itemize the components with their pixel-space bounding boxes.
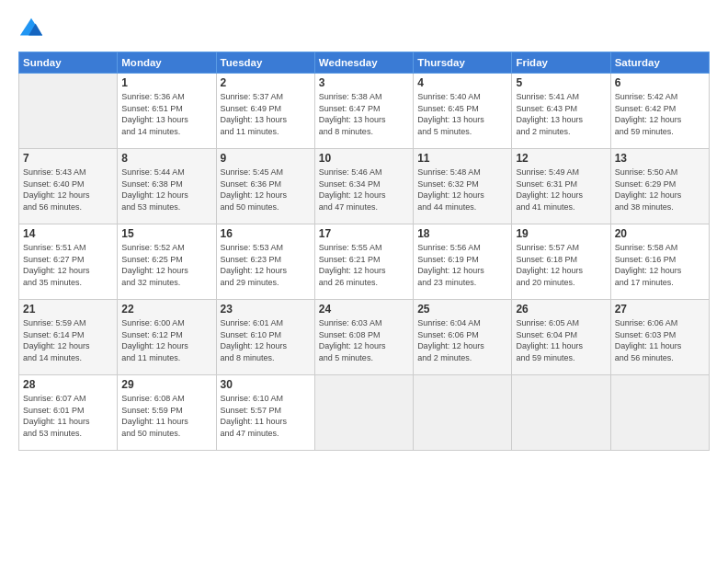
day-info: Sunrise: 5:36 AM Sunset: 6:51 PM Dayligh… xyxy=(121,91,211,137)
calendar-cell: 7Sunrise: 5:43 AM Sunset: 6:40 PM Daylig… xyxy=(19,149,118,224)
day-number: 7 xyxy=(23,152,113,165)
day-number: 19 xyxy=(516,227,606,240)
day-info: Sunrise: 5:57 AM Sunset: 6:18 PM Dayligh… xyxy=(516,242,606,288)
calendar-week-4: 21Sunrise: 5:59 AM Sunset: 6:14 PM Dayli… xyxy=(19,300,710,375)
day-number: 27 xyxy=(615,303,705,316)
calendar-week-5: 28Sunrise: 6:07 AM Sunset: 6:01 PM Dayli… xyxy=(19,375,710,451)
weekday-header-row: SundayMondayTuesdayWednesdayThursdayFrid… xyxy=(19,52,710,74)
weekday-header-monday: Monday xyxy=(118,52,216,74)
calendar-cell: 21Sunrise: 5:59 AM Sunset: 6:14 PM Dayli… xyxy=(19,300,118,375)
day-number: 29 xyxy=(121,378,211,391)
day-number: 18 xyxy=(417,227,507,240)
calendar-cell: 2Sunrise: 5:37 AM Sunset: 6:49 PM Daylig… xyxy=(216,74,314,149)
calendar-week-3: 14Sunrise: 5:51 AM Sunset: 6:27 PM Dayli… xyxy=(19,224,710,300)
day-info: Sunrise: 6:06 AM Sunset: 6:03 PM Dayligh… xyxy=(615,317,705,363)
weekday-header-friday: Friday xyxy=(512,52,610,74)
day-info: Sunrise: 6:01 AM Sunset: 6:10 PM Dayligh… xyxy=(221,317,311,363)
day-info: Sunrise: 5:52 AM Sunset: 6:25 PM Dayligh… xyxy=(121,242,211,288)
day-number: 13 xyxy=(615,152,705,165)
calendar-cell: 24Sunrise: 6:03 AM Sunset: 6:08 PM Dayli… xyxy=(314,300,413,375)
day-number: 20 xyxy=(615,227,705,240)
day-info: Sunrise: 5:43 AM Sunset: 6:40 PM Dayligh… xyxy=(23,167,113,213)
page: SundayMondayTuesdayWednesdayThursdayFrid… xyxy=(0,0,728,563)
calendar-cell: 1Sunrise: 5:36 AM Sunset: 6:51 PM Daylig… xyxy=(118,74,216,149)
calendar-cell: 26Sunrise: 6:05 AM Sunset: 6:04 PM Dayli… xyxy=(512,300,610,375)
calendar-table: SundayMondayTuesdayWednesdayThursdayFrid… xyxy=(18,52,710,451)
calendar-cell: 10Sunrise: 5:46 AM Sunset: 6:34 PM Dayli… xyxy=(314,149,413,224)
day-info: Sunrise: 5:37 AM Sunset: 6:49 PM Dayligh… xyxy=(221,91,311,137)
day-info: Sunrise: 5:40 AM Sunset: 6:45 PM Dayligh… xyxy=(417,91,507,137)
calendar-cell xyxy=(19,74,118,149)
day-info: Sunrise: 6:05 AM Sunset: 6:04 PM Dayligh… xyxy=(516,317,606,363)
day-info: Sunrise: 5:44 AM Sunset: 6:38 PM Dayligh… xyxy=(121,167,211,213)
calendar-cell: 30Sunrise: 6:10 AM Sunset: 5:57 PM Dayli… xyxy=(216,375,314,451)
day-info: Sunrise: 6:04 AM Sunset: 6:06 PM Dayligh… xyxy=(417,317,507,363)
weekday-header-thursday: Thursday xyxy=(414,52,512,74)
day-info: Sunrise: 5:38 AM Sunset: 6:47 PM Dayligh… xyxy=(319,91,409,137)
day-number: 23 xyxy=(221,303,311,316)
day-number: 25 xyxy=(417,303,507,316)
day-info: Sunrise: 5:59 AM Sunset: 6:14 PM Dayligh… xyxy=(23,317,113,363)
calendar-week-2: 7Sunrise: 5:43 AM Sunset: 6:40 PM Daylig… xyxy=(19,149,710,224)
logo xyxy=(18,17,48,42)
calendar-cell: 6Sunrise: 5:42 AM Sunset: 6:42 PM Daylig… xyxy=(610,74,709,149)
day-info: Sunrise: 5:55 AM Sunset: 6:21 PM Dayligh… xyxy=(319,242,409,288)
day-info: Sunrise: 6:08 AM Sunset: 5:59 PM Dayligh… xyxy=(121,393,211,439)
calendar-week-1: 1Sunrise: 5:36 AM Sunset: 6:51 PM Daylig… xyxy=(19,74,710,149)
calendar-cell: 29Sunrise: 6:08 AM Sunset: 5:59 PM Dayli… xyxy=(118,375,216,451)
calendar-cell: 18Sunrise: 5:56 AM Sunset: 6:19 PM Dayli… xyxy=(414,224,512,300)
day-number: 11 xyxy=(417,152,507,165)
calendar-cell: 5Sunrise: 5:41 AM Sunset: 6:43 PM Daylig… xyxy=(512,74,610,149)
day-info: Sunrise: 5:48 AM Sunset: 6:32 PM Dayligh… xyxy=(417,167,507,213)
calendar-cell: 25Sunrise: 6:04 AM Sunset: 6:06 PM Dayli… xyxy=(414,300,512,375)
day-number: 9 xyxy=(221,152,311,165)
day-number: 17 xyxy=(319,227,409,240)
calendar-cell: 22Sunrise: 6:00 AM Sunset: 6:12 PM Dayli… xyxy=(118,300,216,375)
day-number: 24 xyxy=(319,303,409,316)
day-info: Sunrise: 5:56 AM Sunset: 6:19 PM Dayligh… xyxy=(417,242,507,288)
day-number: 14 xyxy=(23,227,113,240)
calendar-cell: 11Sunrise: 5:48 AM Sunset: 6:32 PM Dayli… xyxy=(414,149,512,224)
day-number: 15 xyxy=(121,227,211,240)
day-info: Sunrise: 5:42 AM Sunset: 6:42 PM Dayligh… xyxy=(615,91,705,137)
calendar-cell xyxy=(314,375,413,451)
calendar-cell: 8Sunrise: 5:44 AM Sunset: 6:38 PM Daylig… xyxy=(118,149,216,224)
day-info: Sunrise: 5:51 AM Sunset: 6:27 PM Dayligh… xyxy=(23,242,113,288)
weekday-header-saturday: Saturday xyxy=(610,52,709,74)
weekday-header-sunday: Sunday xyxy=(19,52,118,74)
day-number: 10 xyxy=(319,152,409,165)
calendar-cell: 14Sunrise: 5:51 AM Sunset: 6:27 PM Dayli… xyxy=(19,224,118,300)
day-number: 1 xyxy=(121,76,211,89)
day-info: Sunrise: 5:45 AM Sunset: 6:36 PM Dayligh… xyxy=(221,167,311,213)
calendar-cell: 12Sunrise: 5:49 AM Sunset: 6:31 PM Dayli… xyxy=(512,149,610,224)
calendar-cell: 13Sunrise: 5:50 AM Sunset: 6:29 PM Dayli… xyxy=(610,149,709,224)
logo-icon xyxy=(18,17,44,42)
calendar-cell: 27Sunrise: 6:06 AM Sunset: 6:03 PM Dayli… xyxy=(610,300,709,375)
calendar-cell: 3Sunrise: 5:38 AM Sunset: 6:47 PM Daylig… xyxy=(314,74,413,149)
header xyxy=(18,17,710,42)
day-info: Sunrise: 5:49 AM Sunset: 6:31 PM Dayligh… xyxy=(516,167,606,213)
day-info: Sunrise: 6:00 AM Sunset: 6:12 PM Dayligh… xyxy=(121,317,211,363)
day-number: 6 xyxy=(615,76,705,89)
calendar-cell: 9Sunrise: 5:45 AM Sunset: 6:36 PM Daylig… xyxy=(216,149,314,224)
weekday-header-tuesday: Tuesday xyxy=(216,52,314,74)
calendar-cell: 20Sunrise: 5:58 AM Sunset: 6:16 PM Dayli… xyxy=(610,224,709,300)
calendar-cell: 19Sunrise: 5:57 AM Sunset: 6:18 PM Dayli… xyxy=(512,224,610,300)
day-number: 28 xyxy=(23,378,113,391)
day-info: Sunrise: 6:10 AM Sunset: 5:57 PM Dayligh… xyxy=(221,393,311,439)
calendar-cell xyxy=(512,375,610,451)
day-number: 4 xyxy=(417,76,507,89)
calendar-cell: 17Sunrise: 5:55 AM Sunset: 6:21 PM Dayli… xyxy=(314,224,413,300)
day-number: 26 xyxy=(516,303,606,316)
calendar-cell xyxy=(610,375,709,451)
calendar-cell: 15Sunrise: 5:52 AM Sunset: 6:25 PM Dayli… xyxy=(118,224,216,300)
day-number: 8 xyxy=(121,152,211,165)
day-info: Sunrise: 5:58 AM Sunset: 6:16 PM Dayligh… xyxy=(615,242,705,288)
day-info: Sunrise: 5:46 AM Sunset: 6:34 PM Dayligh… xyxy=(319,167,409,213)
day-number: 21 xyxy=(23,303,113,316)
day-info: Sunrise: 6:07 AM Sunset: 6:01 PM Dayligh… xyxy=(23,393,113,439)
day-number: 22 xyxy=(121,303,211,316)
day-number: 2 xyxy=(221,76,311,89)
weekday-header-wednesday: Wednesday xyxy=(314,52,413,74)
day-number: 5 xyxy=(516,76,606,89)
